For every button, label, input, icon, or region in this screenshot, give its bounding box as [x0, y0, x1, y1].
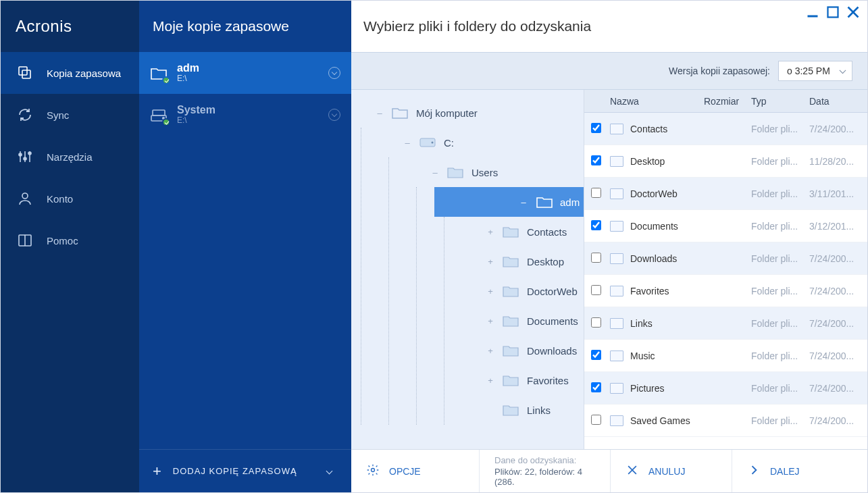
expander-icon[interactable]: + [485, 227, 496, 237]
file-date: 3/12/201... [809, 221, 867, 232]
app-window: Acronis Kopia zapasowaSyncNarzędziaKonto… [0, 0, 868, 493]
folder-tree[interactable]: – Mój komputer – C: – Users [351, 90, 584, 449]
add-backup-button[interactable]: + DODAJ KOPIĘ ZAPASOWĄ [139, 449, 351, 492]
file-date: 7/24/200... [809, 415, 867, 426]
expander-icon[interactable]: + [485, 316, 496, 326]
table-row[interactable]: FavoritesFolder pli...7/24/200... [584, 275, 867, 307]
list-header: Nazwa Rozmiar Typ Data [584, 90, 867, 113]
nav-item-backup[interactable]: Kopia zapasowa [1, 52, 139, 94]
row-checkbox[interactable] [591, 382, 601, 392]
expander-icon[interactable]: – [430, 167, 440, 178]
tree-node[interactable]: +Desktop [471, 246, 584, 276]
row-checkbox[interactable] [591, 155, 601, 165]
row-checkbox[interactable] [591, 220, 601, 230]
col-date-header[interactable]: Data [809, 96, 867, 107]
tree-label: Users [471, 167, 498, 178]
tree-label: Favorites [527, 375, 569, 386]
file-name: Music [630, 351, 655, 361]
row-checkbox[interactable] [591, 285, 601, 295]
tree-users[interactable]: – Users [416, 157, 584, 187]
maximize-button[interactable] [827, 6, 839, 18]
cancel-button[interactable]: ANULUJ [611, 450, 732, 492]
tree-drive[interactable]: – C: [388, 128, 584, 157]
table-row[interactable]: DocumentsFolder pli...3/12/201... [584, 210, 867, 242]
col-name-header[interactable]: Nazwa [607, 96, 704, 107]
version-bar: Wersja kopii zapasowej: o 3:25 PM [351, 52, 867, 90]
file-date: 7/24/200... [809, 253, 867, 264]
tree-node[interactable]: +Contacts [471, 217, 584, 246]
tree-label: DoctorWeb [527, 286, 578, 297]
file-name: DoctorWeb [630, 188, 678, 199]
table-row[interactable]: DoctorWebFolder pli...3/11/201... [584, 178, 867, 210]
backup-card[interactable]: admE:\ [139, 52, 351, 94]
tree-root[interactable]: – Mój komputer [361, 98, 584, 128]
tree-node[interactable]: +Downloads [471, 336, 584, 365]
table-row[interactable]: MusicFolder pli...7/24/200... [584, 340, 867, 372]
cancel-label: ANULUJ [648, 466, 685, 477]
expander-icon[interactable]: + [485, 375, 496, 386]
row-checkbox[interactable] [591, 188, 601, 198]
left-nav: Acronis Kopia zapasowaSyncNarzędziaKonto… [1, 1, 139, 492]
nav-item-sync[interactable]: Sync [1, 94, 139, 136]
close-button[interactable] [847, 6, 859, 18]
table-row[interactable]: LinksFolder pli...7/24/200... [584, 307, 867, 340]
nav-item-help[interactable]: Pomoc [1, 219, 139, 261]
chevron-down-icon [327, 469, 338, 473]
list-body[interactable]: ContactsFolder pli...7/24/200...DesktopF… [584, 113, 867, 449]
next-button[interactable]: DALEJ [732, 450, 867, 492]
tree-node[interactable]: +Favorites [471, 365, 584, 395]
tree-label: Contacts [527, 226, 567, 238]
file-name: Documents [630, 221, 678, 232]
svg-point-6 [24, 157, 26, 160]
file-name: Pictures [630, 383, 665, 394]
file-date: 7/24/200... [809, 286, 867, 296]
chevron-down-icon[interactable] [328, 109, 340, 121]
file-name: Contacts [630, 124, 667, 134]
nav-item-account[interactable]: Konto [1, 178, 139, 219]
nav-label: Narzędzia [47, 151, 93, 163]
file-date: 7/24/200... [809, 318, 867, 329]
expander-icon[interactable]: – [374, 108, 385, 118]
file-type: Folder pli... [751, 286, 809, 296]
tree-node[interactable]: +DoctorWeb [471, 276, 584, 306]
table-row[interactable]: DownloadsFolder pli...7/24/200... [584, 242, 867, 275]
file-name: Downloads [630, 253, 677, 264]
tree-node[interactable]: +Documents [471, 306, 584, 336]
expander-icon[interactable]: – [518, 197, 529, 207]
row-checkbox[interactable] [591, 415, 601, 425]
row-checkbox[interactable] [591, 350, 601, 360]
expander-icon[interactable]: + [485, 286, 496, 296]
backup-card[interactable]: SystemE:\ [139, 94, 351, 136]
backup-name: adm [177, 62, 199, 74]
tree-adm-selected[interactable]: – adm [434, 187, 584, 217]
tree-label: adm [560, 197, 580, 208]
tree-node[interactable]: Links [471, 395, 584, 425]
options-button[interactable]: OPCJE [351, 450, 480, 492]
expander-icon[interactable]: + [485, 257, 496, 267]
svg-rect-15 [828, 7, 838, 18]
status-ok-badge [162, 118, 170, 126]
table-row[interactable]: Saved GamesFolder pli...7/24/200... [584, 405, 867, 437]
table-row[interactable]: ContactsFolder pli...7/24/200... [584, 113, 867, 145]
nav-item-tools[interactable]: Narzędzia [1, 136, 139, 178]
folder-icon [503, 284, 520, 298]
row-checkbox[interactable] [591, 253, 601, 263]
backup-path: E:\ [177, 74, 199, 84]
expander-icon[interactable]: – [402, 138, 413, 148]
svg-point-8 [22, 193, 28, 199]
chevron-down-icon[interactable] [328, 67, 340, 79]
expander-icon[interactable]: + [485, 346, 496, 356]
backup-icon [17, 65, 33, 81]
row-checkbox[interactable] [591, 317, 601, 328]
tree-label: Downloads [527, 345, 577, 357]
next-label: DALEJ [770, 466, 800, 477]
col-size-header[interactable]: Rozmiar [704, 96, 751, 107]
spacer [139, 136, 351, 449]
file-date: 11/28/20... [809, 156, 867, 167]
table-row[interactable]: DesktopFolder pli...11/28/20... [584, 145, 867, 178]
version-select[interactable]: o 3:25 PM [778, 61, 852, 81]
row-checkbox[interactable] [591, 123, 601, 133]
table-row[interactable]: PicturesFolder pli...7/24/200... [584, 372, 867, 405]
col-type-header[interactable]: Typ [751, 96, 809, 107]
minimize-button[interactable] [807, 6, 819, 18]
